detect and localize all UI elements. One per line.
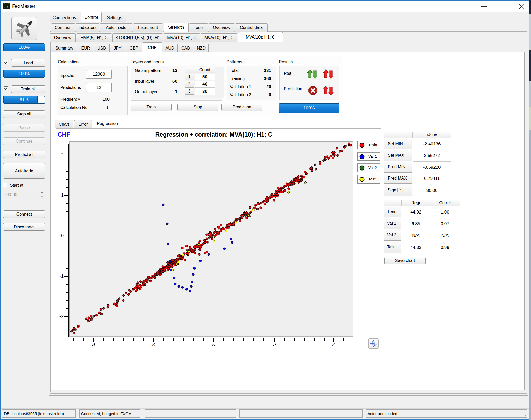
svg-text:?: ? — [7, 3, 9, 5]
svg-text:ʻʻ: ʻʻ — [4, 3, 5, 5]
svg-text:?: ? — [6, 6, 8, 9]
